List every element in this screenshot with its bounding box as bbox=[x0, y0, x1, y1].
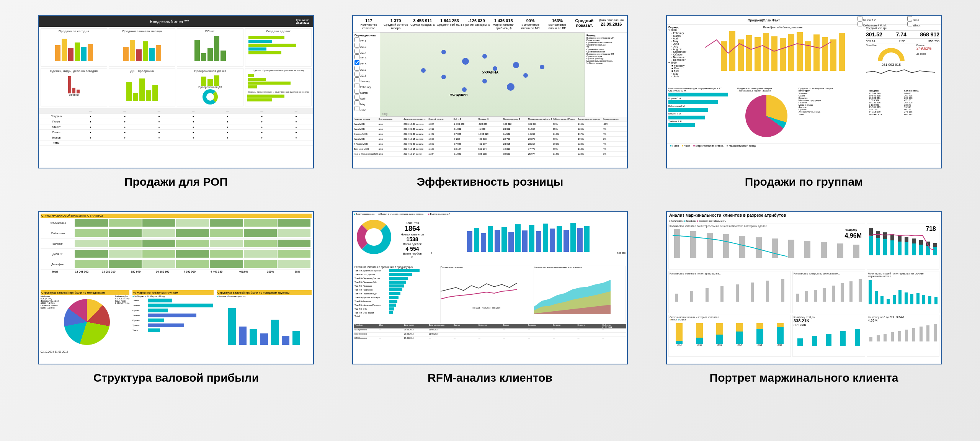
dashboard-retail[interactable]: 117Количество клиентов 1 370Средний оста… bbox=[352, 15, 628, 168]
tile-groups: Продажи|План Факт Управляющий Бавав Т. О… bbox=[662, 15, 946, 188]
d6-top-bars: Количество клиентов по интервалам на осн… bbox=[668, 224, 865, 270]
d6-c6: Соотношение новых и старых клиентов ■ Но… bbox=[668, 315, 791, 357]
d3-kpi: Средний чек, грн 301.527.74868 912 309.1… bbox=[864, 24, 941, 86]
table-row: Киев МОВоткр2016-10-21 дополн1 808-2 193… bbox=[353, 122, 627, 127]
tile-rop: Ежедневный отчет *** Данные по02.08.2019… bbox=[34, 15, 318, 188]
d2-kpi-row: 117Количество клиентов 1 370Средний оста… bbox=[353, 16, 627, 33]
d5-line-chart: Показатели сегмента Янв 2018 Июл 2018 Ян… bbox=[440, 266, 532, 323]
d5-donut bbox=[357, 220, 391, 254]
d4-pie-managers: Структура валовой прибыли по менеджерам … bbox=[39, 289, 131, 358]
caption-retail: Эффективность розницы bbox=[417, 175, 564, 188]
d6-c3: Количество клиентов по интервалам на... bbox=[668, 271, 791, 313]
table-row: К-Поділ МОВоткр2014-06-30 доколо1 502-17… bbox=[353, 142, 627, 147]
d5-segments: Рейтинги клиентов в сравнении с предыдущ… bbox=[354, 266, 439, 323]
caption-marginal: Портрет маржинального клиента bbox=[710, 371, 898, 384]
d3-period-tree[interactable]: Период ▾ 2018 ▫ February ▫ March ▫ April… bbox=[667, 24, 701, 86]
table-row: Ивано-Франковски МОТоткр2014-10-14 допол… bbox=[353, 152, 627, 157]
d4-combo-chart: Структура валовой прибыли по товарным гр… bbox=[215, 289, 313, 358]
d4-heatmap-table: СТРУКТУРА ВАЛОВОЙ ПРИБЫЛИ ПО ГРУППАМ Реа… bbox=[39, 212, 313, 289]
d3-hbar-managers: Выполнение плана продаж по управляющим в… bbox=[667, 86, 736, 143]
d5-kpi: Клиентов1864 Новых клиентов1538 Всего сд… bbox=[395, 217, 430, 264]
d6-c2: Количество людей по интервалам на основе… bbox=[867, 271, 939, 313]
d2-legend: Размер Выполнение плана по МППлан маржиС… bbox=[585, 33, 627, 117]
d5-client-table[interactable]: ТелефонИмяДата регилДата след сделкиСдел… bbox=[353, 323, 627, 358]
table-row: Киев МОВоткр2014-06-30 доколо1 912-11 03… bbox=[353, 127, 627, 132]
d4-hbar-margin: % Маржи по товарным группам ● % Маржа ● … bbox=[131, 289, 215, 358]
d2-table[interactable]: Название клиентаСтатус клиентаДата появл… bbox=[353, 117, 627, 159]
d3-legend: ■ План ■ Факт ■ Маржинальная ставка ■ Ма… bbox=[667, 143, 941, 151]
d6-top-right: 718 bbox=[867, 224, 939, 270]
d6-c4: Количество товаров по интервалам... bbox=[792, 271, 865, 313]
dashboard-marginal[interactable]: Анализ маржинальности клиентов в разрезе… bbox=[666, 211, 942, 364]
tile-retail: 117Количество клиентов 1 370Средний оста… bbox=[348, 15, 632, 188]
d5-area-chart: Количество клиентов в сегменте во времен… bbox=[534, 266, 626, 323]
d1-title: Ежедневный отчет *** bbox=[150, 20, 189, 24]
d2-map[interactable]: УКРАИНА МОЛДАВИЯ bing bbox=[380, 33, 585, 117]
dashboard-gross[interactable]: СТРУКТУРА ВАЛОВОЙ ПРИБЫЛИ ПО ГРУППАМ Реа… bbox=[38, 211, 314, 364]
table-row: Одесса МОВоткр2014-06-30 доколо1 482-17 … bbox=[353, 132, 627, 137]
tile-gross: СТРУКТУРА ВАЛОВОЙ ПРИБЫЛИ ПО ГРУППАМ Реа… bbox=[34, 211, 318, 384]
d6-c8: Кэшфлоу от 0 до 324 5.54M 4.63M bbox=[867, 315, 939, 357]
d3-category-table: Продажи по категориям товаров КатегорияП… bbox=[797, 86, 941, 143]
d3-barline-chart: План/факт в % был в динамике bbox=[701, 24, 864, 86]
d2-period-filter[interactable]: Период расчета 2012 2013 2014 2015 2016 … bbox=[353, 33, 380, 117]
tile-rfm: ■ Выруч-сравнение■ Выруч с клиента, пост… bbox=[348, 211, 632, 384]
dashboard-rfm[interactable]: ■ Выруч-сравнение■ Выруч с клиента, пост… bbox=[352, 211, 628, 364]
caption-groups: Продажи по группам bbox=[745, 175, 863, 188]
table-row: Винница МОВоткр2014-10-15 допоск1 133-13… bbox=[353, 147, 627, 152]
caption-gross: Структура валовой прибыли bbox=[93, 371, 259, 384]
dashboard-groups[interactable]: Продажи|План Факт Управляющий Бавав Т. О… bbox=[666, 15, 942, 168]
dashboard-rop[interactable]: Ежедневный отчет *** Данные по02.08.2019… bbox=[38, 15, 314, 168]
caption-rfm: RFM-анализ клиентов bbox=[428, 371, 552, 384]
d6-c7: Кэшфлоу от 0 до... 338.21K 322.33K bbox=[792, 315, 865, 357]
table-row: Киев МОВоткр2014-10-15 допоск1 563-9 284… bbox=[353, 137, 627, 142]
d3-pie: Продажи по категориям товаров ● Хлебобул… bbox=[736, 86, 797, 143]
d1-table: ——————— Продано●●●●●●● Покуп●●●●●●● Клие… bbox=[39, 108, 313, 150]
caption-rop: Продажи для РОП bbox=[124, 175, 228, 188]
tile-marginal: Анализ маржинальности клиентов в разрезе… bbox=[662, 211, 946, 384]
d5-trend-bars: 0500 000 bbox=[431, 217, 626, 264]
